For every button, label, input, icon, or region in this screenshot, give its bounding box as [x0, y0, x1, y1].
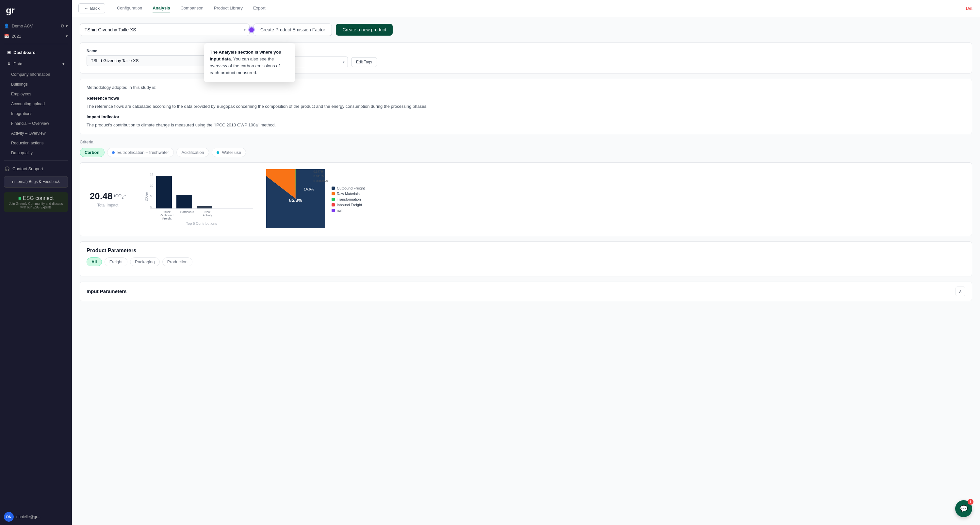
input-params-title: Input Parameters [87, 288, 127, 294]
product-dropdown[interactable]: TShirt Givenchy Taille XS [80, 24, 250, 36]
edit-tags-button[interactable]: Edit Tags [351, 57, 377, 67]
pie-label-14: 14.6% [304, 187, 314, 191]
tab-export[interactable]: Export [253, 4, 266, 13]
impact-indicator-text: The product's contribution to climate ch… [87, 122, 965, 129]
dropdown-chevron-icon: ▾ [244, 27, 246, 32]
back-button[interactable]: ← Back [78, 3, 105, 13]
page-content: TShirt Givenchy Taille XS ▾ Create Produ… [72, 17, 980, 525]
company-label: Company Information [11, 72, 50, 77]
create-emission-button[interactable]: Create Product Emission Factor [253, 24, 332, 36]
tags-row: Select options ▾ Edit Tags [224, 57, 965, 67]
accounting-label: Accounting upload [11, 102, 45, 106]
bar-label-new-activity: New Activity [200, 210, 215, 220]
bugs-feedback-label: (internal) Bugs & Feedback [12, 179, 59, 184]
product-parameters-section: Product Parameters All Freight Packaging… [80, 242, 972, 276]
params-tab-all[interactable]: All [87, 258, 102, 266]
total-impact-value: 20.48 tCO2e [87, 191, 129, 202]
criteria-tab-acidification[interactable]: Acidification [177, 148, 209, 157]
financial-label: Financial – Overview [11, 121, 49, 126]
sidebar-sub-integrations[interactable]: Integrations [2, 109, 70, 118]
total-impact-display: 20.48 tCO2e Total Impact [87, 191, 129, 207]
user-profile[interactable]: DN danielle@gr... [0, 509, 72, 525]
bar-cardboard [177, 195, 192, 208]
total-impact-unit: tCO2e [114, 193, 126, 198]
chat-widget[interactable]: 💬 1 [955, 500, 972, 517]
app-logo: gr [0, 0, 72, 21]
pie-small-labels: 0.147% 0.0118% 0.000205% [313, 169, 328, 183]
year-selector[interactable]: 📅 2021 ▾ [0, 31, 72, 41]
params-tab-freight[interactable]: Freight [105, 258, 127, 266]
impact-indicator-title: Impact indicator [87, 114, 965, 121]
sidebar-sub-reduction[interactable]: Reduction actions [2, 138, 70, 148]
contact-support-label: Contact Support [13, 166, 43, 171]
delete-button[interactable]: Del. [966, 6, 974, 11]
esg-connect-section[interactable]: ■ ESG connect Join Greenly Community and… [4, 192, 68, 212]
params-tab-packaging[interactable]: Packaging [130, 258, 160, 266]
create-product-button[interactable]: Create a new product [336, 24, 393, 36]
dashboard-icon: ⊞ [7, 50, 11, 55]
esg-connect-subtitle: Join Greenly Community and discuss with … [7, 202, 65, 209]
legend-transformation: Transformation [332, 197, 365, 201]
criteria-tabs: Carbon Eutrophication – freshwater Acidi… [80, 148, 972, 157]
tab-analysis[interactable]: Analysis [153, 4, 170, 13]
product-dropdown-wrapper: TShirt Givenchy Taille XS ▾ [80, 24, 250, 36]
tab-product-library[interactable]: Product Library [214, 4, 243, 13]
contact-support-link[interactable]: 🎧 Contact Support [0, 163, 72, 174]
user-icon: 👤 [4, 24, 9, 29]
input-parameters-section[interactable]: Input Parameters ∧ [80, 282, 972, 301]
chat-badge: 1 [967, 499, 974, 505]
bar-label-cardboard: Cardboard [179, 210, 195, 220]
reference-flows-row: Reference flows The reference flows are … [87, 95, 965, 110]
tab-comparison[interactable]: Comparison [181, 4, 204, 13]
tab-configuration[interactable]: Configuration [117, 4, 142, 13]
criteria-section: Criteria Carbon Eutrophication – freshwa… [80, 140, 972, 157]
employees-label: Employees [11, 92, 31, 96]
pie-chart-container: 0.147% 0.0118% 0.000205% [266, 169, 325, 229]
tooltip-trigger-dot[interactable] [248, 27, 255, 33]
legend-raw: Raw Materials [332, 192, 365, 196]
integrations-label: Integrations [11, 111, 32, 116]
bar-label-truck: Truck Outbound Freight [159, 210, 175, 220]
account-selector[interactable]: 👤 Demo ACV ⚙ ▾ [0, 21, 72, 31]
sidebar-divider-2 [4, 161, 68, 161]
bugs-feedback-button[interactable]: (internal) Bugs & Feedback [4, 176, 68, 188]
total-impact-label: Total Impact [87, 203, 129, 207]
sidebar-sub-buildings[interactable]: Buildings [2, 80, 70, 89]
sidebar-sub-accounting[interactable]: Accounting upload [2, 99, 70, 108]
quality-label: Data quality [11, 151, 33, 155]
bar-new-activity-fill [197, 206, 212, 208]
criteria-label: Criteria [80, 140, 972, 145]
sidebar-sub-company[interactable]: Company Information [2, 70, 70, 79]
sidebar-sub-activity[interactable]: Activity – Overview [2, 129, 70, 138]
sidebar-item-data[interactable]: ⬇ Data ▾ [2, 59, 70, 69]
name-input[interactable] [87, 55, 211, 66]
esg-connect-title: ■ ESG connect [7, 196, 65, 201]
reduction-label: Reduction actions [11, 141, 43, 145]
top-navigation: ← Back Configuration Analysis Comparison… [72, 0, 980, 17]
legend-dot-outbound [332, 186, 335, 190]
legend-dot-transformation [332, 198, 335, 201]
settings-icon[interactable]: ⚙ [60, 24, 64, 29]
sidebar-sub-employees[interactable]: Employees [2, 89, 70, 99]
data-chevron-icon[interactable]: ▾ [62, 61, 65, 66]
sidebar-sub-financial[interactable]: Financial – Overview [2, 119, 70, 128]
sidebar-sub-quality[interactable]: Data quality [2, 148, 70, 158]
sidebar-item-dashboard[interactable]: ⊞ Dashboard [2, 47, 70, 58]
pie-label-1: 0.147% [313, 169, 328, 174]
chevron-down-icon[interactable]: ▾ [66, 24, 68, 29]
criteria-tab-eutrophication[interactable]: Eutrophication – freshwater [107, 148, 174, 157]
pie-label-3: 0.000205% [313, 179, 328, 183]
avatar: DN [4, 512, 14, 522]
params-tab-production[interactable]: Production [162, 258, 192, 266]
sidebar-divider-1 [4, 44, 68, 44]
data-label: Data [13, 61, 22, 66]
input-params-collapse-button[interactable]: ∧ [956, 286, 965, 296]
bar-truck-fill [156, 176, 172, 208]
methodology-label: Methodology adopted in this study is: [87, 85, 156, 90]
pie-chart-wrapper: 0.147% 0.0118% 0.000205% [266, 169, 365, 229]
legend-outbound: Outbound Freight [332, 186, 365, 190]
criteria-tab-water-use[interactable]: Water use [212, 148, 246, 157]
tooltip-popup: The Analysis section is where you input … [204, 43, 295, 82]
year-chevron-icon[interactable]: ▾ [66, 33, 68, 38]
criteria-tab-carbon[interactable]: Carbon [80, 148, 105, 157]
